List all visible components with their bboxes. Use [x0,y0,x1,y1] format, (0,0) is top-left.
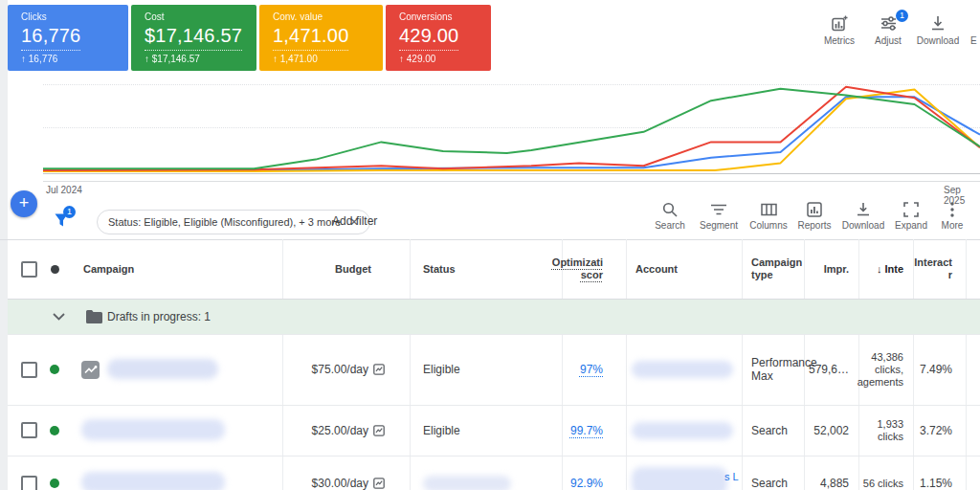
column-header-campaign[interactable]: Campaign [83,239,134,299]
scorecard-label: Cost [145,11,256,22]
adjust-sliders-icon [880,15,897,32]
row-checkbox[interactable] [21,456,37,490]
download-top-button[interactable]: Download [911,15,965,46]
column-header-budget[interactable]: Budget [282,239,410,299]
google-ads-campaigns-page: Clicks 16,776 ↑ 16,776 Cost $17,146.57 ↑… [0,0,980,490]
download-icon [856,202,871,217]
drafts-group-label: Drafts in progress: 1 [107,310,211,323]
more-vert-icon [950,202,954,217]
expand-label: Expand [888,220,934,231]
scorecard-value: 16,776 [21,25,80,51]
redacted-status [423,476,511,490]
add-filter-button[interactable]: Add filter [332,214,377,228]
expand-label-partial: E [963,35,980,46]
account-name-visible-suffix: s L [724,471,739,482]
interactions-cell: 43,386 clicks, agements [858,334,903,405]
download-table-button[interactable]: Download [840,202,886,231]
performance-line-chart[interactable] [43,81,980,173]
campaign-status-dot-enabled[interactable] [50,456,59,490]
column-header-status[interactable]: Status [423,239,456,299]
expand-button[interactable]: Expand [888,202,934,231]
optimization-score-cell[interactable]: 92.9% [562,456,614,490]
column-divider [410,239,411,490]
reports-button[interactable]: Reports [791,202,837,231]
sort-descending-icon: ↓ [877,263,882,275]
filter-count-badge: 1 [63,206,76,218]
row-checkbox[interactable] [21,334,37,405]
chevron-down-icon[interactable] [53,313,65,321]
scorecard-value: $17,146.57 [145,25,242,51]
redacted-campaign-name[interactable] [81,472,225,490]
campaign-type-icon [81,361,100,379]
status-filter-chip[interactable]: Status: Eligible, Eligible (Misconfigure… [97,210,370,234]
scorecard-label: Conversions [399,11,491,22]
bid-strategy-icon [373,425,385,436]
row-checkbox[interactable] [21,405,37,456]
adjust-button[interactable]: 1 Adjust [861,15,915,46]
budget-cell[interactable]: $75.00/day [282,334,410,405]
scorecard-clicks[interactable]: Clicks 16,776 ↑ 16,776 [8,5,128,71]
impressions-cell: 4,885 [804,456,849,490]
segment-label: Segment [696,220,742,231]
impressions-cell: 52,002 [804,405,849,456]
scorecard-cost[interactable]: Cost $17,146.57 ↑ $17,146.57 [131,5,256,71]
search-icon [662,202,678,217]
chart-series-conversions [43,87,980,170]
column-header-optimization-score[interactable]: Optimizati scor [562,239,614,299]
reports-icon [807,202,822,217]
more-label: More [929,220,975,231]
expand-top-button[interactable]: E [963,15,980,46]
column-divider [966,239,967,490]
column-header-account[interactable]: Account [635,239,678,299]
scorecard-label: Conv. value [273,11,383,22]
budget-cell[interactable]: $25.00/day [282,405,410,456]
scorecard-label: Clicks [21,11,128,22]
search-button[interactable]: Search [647,202,693,231]
download-label: Download [840,220,886,231]
left-gutter [0,0,8,490]
adjust-label: Adjust [861,35,915,46]
budget-cell[interactable]: $30.00/day [282,456,410,490]
scorecard-conversions[interactable]: Conversions 429.00 ↑ 429.00 [386,5,491,71]
chart-series-cost [43,89,980,169]
column-header-impressions[interactable]: Impr. [804,239,849,299]
scorecard-delta: ↑ 1,471.00 [273,54,383,64]
campaign-status-dot-enabled[interactable] [50,405,59,456]
filter-chip-text: Status: Eligible, Eligible (Misconfigure… [108,216,341,228]
scorecard-delta: ↑ $17,146.57 [145,54,256,64]
bid-strategy-icon [373,364,385,375]
scorecard-value: 1,471.00 [273,25,348,51]
optimization-score-cell[interactable]: 99.7% [562,405,614,456]
campaign-type-cell: Search [751,456,805,490]
campaign-status-dot-enabled[interactable] [50,334,59,405]
columns-icon [761,202,777,217]
expand-icon [903,202,919,217]
column-divider [626,239,627,490]
interaction-rate-cell: 3.72% [913,405,952,456]
scorecard-value: 429.00 [399,25,458,51]
select-all-checkbox[interactable] [21,239,37,299]
add-campaign-fab[interactable]: + [11,190,37,217]
segment-icon [711,202,726,217]
more-button[interactable]: More [929,202,975,231]
segment-button[interactable]: Segment [696,202,742,231]
column-header-interactions-sorted[interactable]: ↓ Inte [858,239,903,299]
search-label: Search [647,220,693,231]
redacted-campaign-name[interactable] [81,419,225,440]
redacted-campaign-name[interactable] [107,359,218,379]
column-header-interaction-rate[interactable]: Interact r [913,239,952,299]
impressions-cell: 579,6… [804,334,849,405]
metrics-button[interactable]: Metrics [813,15,866,46]
adjust-badge: 1 [896,10,908,22]
scorecard-delta: ↑ 429.00 [399,54,491,64]
campaign-type-cell: Search [751,405,805,456]
scorecard-conv-value[interactable]: Conv. value 1,471.00 ↑ 1,471.00 [259,5,383,71]
optimization-score-cell[interactable]: 97% [562,334,614,405]
status-dot-column-header [51,239,59,299]
status-cell: Eligible [423,334,460,405]
columns-button[interactable]: Columns [746,202,791,231]
chart-axis-track [43,181,980,182]
reports-label: Reports [791,220,837,231]
folder-icon [86,310,102,323]
column-header-campaign-type[interactable]: Campaign type [751,239,804,299]
